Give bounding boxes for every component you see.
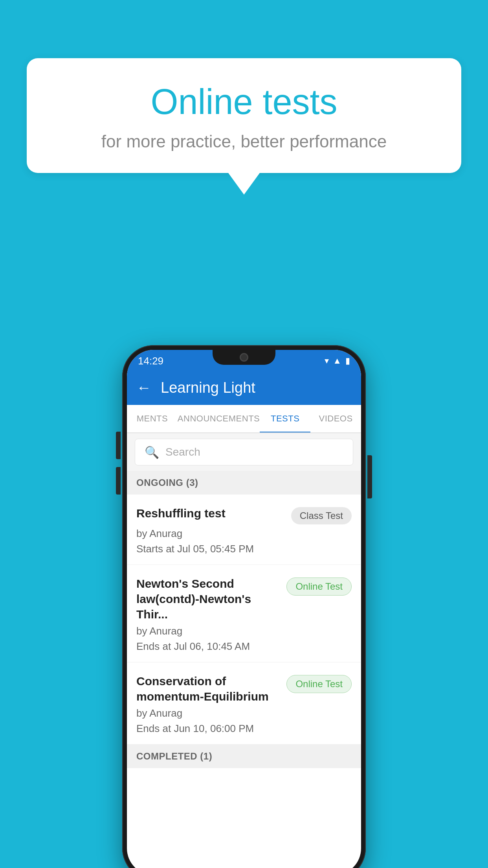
search-icon: 🔍 xyxy=(145,445,159,459)
search-input[interactable]: 🔍 Search xyxy=(135,439,353,465)
wifi-icon: ▾ xyxy=(325,356,329,366)
tabs-bar: MENTS ANNOUNCEMENTS TESTS VIDEOS xyxy=(127,405,361,433)
search-container: 🔍 Search xyxy=(127,433,361,471)
search-placeholder: Search xyxy=(165,446,200,458)
tab-announcements[interactable]: ANNOUNCEMENTS xyxy=(178,405,260,432)
volume-up-button[interactable] xyxy=(116,432,121,459)
test-author-2: by Anurag xyxy=(136,625,352,637)
phone-frame: 14:29 ▾ ▲ ▮ ← Learning Light MENTS ANNOU… xyxy=(122,345,366,868)
test-item-header: Reshuffling test Class Test xyxy=(136,506,352,524)
test-badge-class: Class Test xyxy=(291,507,352,524)
signal-icon: ▲ xyxy=(333,356,341,366)
speech-bubble: Online tests for more practice, better p… xyxy=(27,58,461,173)
speech-bubble-container: Online tests for more practice, better p… xyxy=(27,58,461,195)
phone-screen: 14:29 ▾ ▲ ▮ ← Learning Light MENTS ANNOU… xyxy=(127,350,361,868)
test-item-header-2: Newton's Second law(contd)-Newton's Thir… xyxy=(136,576,352,622)
front-camera xyxy=(240,353,248,362)
test-badge-online-1: Online Test xyxy=(286,577,352,596)
tab-tests[interactable]: TESTS xyxy=(260,405,310,432)
back-button[interactable]: ← xyxy=(136,379,151,396)
test-author: by Anurag xyxy=(136,528,352,540)
tab-ments[interactable]: MENTS xyxy=(127,405,178,432)
status-icons: ▾ ▲ ▮ xyxy=(325,356,350,366)
volume-down-button[interactable] xyxy=(116,467,121,495)
speech-bubble-tail xyxy=(228,173,260,195)
phone-notch xyxy=(213,350,275,365)
status-time: 14:29 xyxy=(138,355,163,367)
test-title-3: Conservation of momentum-Equilibrium xyxy=(136,673,282,704)
app-bar: ← Learning Light xyxy=(127,370,361,405)
test-item-header-3: Conservation of momentum-Equilibrium Onl… xyxy=(136,673,352,704)
test-time-3: Ends at Jun 10, 06:00 PM xyxy=(136,723,352,735)
test-time-2: Ends at Jul 06, 10:45 AM xyxy=(136,640,352,653)
tab-videos[interactable]: VIDEOS xyxy=(310,405,361,432)
completed-section-header: COMPLETED (1) xyxy=(127,745,361,768)
test-item-newtons[interactable]: Newton's Second law(contd)-Newton's Thir… xyxy=(127,565,361,662)
power-button[interactable] xyxy=(367,455,372,498)
test-time: Starts at Jul 05, 05:45 PM xyxy=(136,543,352,555)
app-title: Learning Light xyxy=(161,379,255,396)
ongoing-section-header: ONGOING (3) xyxy=(127,471,361,495)
test-author-3: by Anurag xyxy=(136,707,352,719)
test-badge-online-2: Online Test xyxy=(286,675,352,693)
speech-bubble-title: Online tests xyxy=(58,82,430,122)
battery-icon: ▮ xyxy=(345,356,350,366)
test-item-conservation[interactable]: Conservation of momentum-Equilibrium Onl… xyxy=(127,662,361,745)
test-item-reshuffling[interactable]: Reshuffling test Class Test by Anurag St… xyxy=(127,495,361,565)
speech-bubble-subtitle: for more practice, better performance xyxy=(58,132,430,151)
test-title-2: Newton's Second law(contd)-Newton's Thir… xyxy=(136,576,282,622)
test-title: Reshuffling test xyxy=(136,506,286,521)
